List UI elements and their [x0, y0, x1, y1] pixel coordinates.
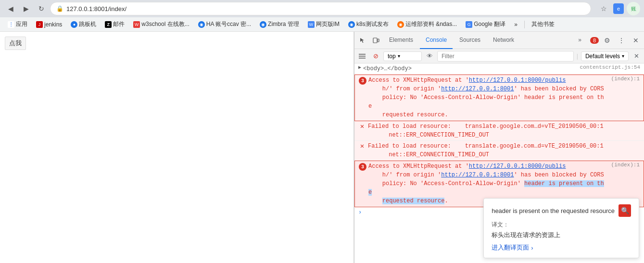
bookmark-webim[interactable]: W 网页版IM: [304, 19, 343, 30]
webim-icon: W: [308, 21, 315, 28]
tab-network[interactable]: Network: [487, 32, 520, 49]
bookmark-k8s[interactable]: ◉ k8s测试发布: [344, 19, 392, 30]
bookmark-zimbra-label: Zimbra 管理: [268, 20, 299, 28]
other-bookmarks-label: 其他书签: [531, 20, 555, 28]
failed-load-1-text: Failed to load resource: translate.googl…: [368, 122, 640, 139]
translate-search-button[interactable]: 🔍: [619, 204, 631, 217]
bookmark-apps[interactable]: ⋮ 应用: [4, 19, 31, 30]
translation-tooltip: header is present on the requested resou…: [483, 198, 639, 258]
jenkins-icon: J: [36, 21, 43, 28]
bookmark-tiaobanjī[interactable]: ● 跳板机: [67, 19, 100, 30]
bookmark-ha-label: HA 账号ccav 密...: [206, 20, 251, 28]
error-x-icon-1: ✕: [358, 122, 366, 130]
console-right-close-button[interactable]: ✕: [631, 50, 642, 62]
bookmark-star-button[interactable]: ☆: [597, 2, 610, 15]
bookmark-w3school[interactable]: W w3school 在线教...: [129, 19, 193, 30]
eye-icon-button[interactable]: 👁: [424, 50, 435, 62]
bookmark-jenkins-label: jenkins: [44, 21, 62, 28]
tab-elements[interactable]: Elements: [383, 32, 419, 49]
console-filter-input[interactable]: [437, 51, 574, 62]
svg-rect-0: [373, 38, 377, 43]
cursor-icon: [359, 37, 366, 44]
email-icon: Z: [105, 21, 112, 28]
context-selector[interactable]: top ▾: [383, 51, 422, 61]
context-value: top: [388, 53, 396, 60]
cors-error-1-source: (index):1: [607, 76, 640, 82]
devtools-close-button[interactable]: ✕: [630, 34, 642, 47]
cors-error-1-link2[interactable]: http://127.0.0.1:8001: [441, 86, 514, 92]
svg-rect-3: [359, 56, 366, 57]
bookmark-email[interactable]: Z 邮件: [101, 19, 128, 30]
level-dropdown-icon: ▾: [622, 53, 624, 59]
cors-error-1-text: Access to XMLHttpRequest at 'http://127.…: [368, 76, 607, 119]
bookmark-jenkins[interactable]: J jenkins: [32, 20, 66, 29]
bookmark-other[interactable]: 其他书签: [528, 19, 558, 30]
google-translate-icon: G: [466, 21, 472, 28]
profile-button[interactable]: 账: [627, 2, 640, 15]
translation-label: 译文：: [492, 221, 631, 229]
failed-load-1: ✕ Failed to load resource: translate.goo…: [354, 121, 644, 141]
inspect-element-button[interactable]: [356, 34, 369, 47]
bookmark-zimbra[interactable]: ◉ Zimbra 管理: [256, 19, 303, 30]
bookmark-ha[interactable]: ◉ HA 账号ccav 密...: [194, 19, 255, 30]
devtools-toolbar: Elements Console Sources Network » 8 ⚙ ⋮…: [354, 32, 644, 49]
translation-result: 标头出现在请求的资源上: [492, 231, 631, 239]
failed-load-2-text: Failed to load resource: translate.googl…: [368, 142, 640, 159]
bookmark-ops-label: 运维部资料 &ndas...: [405, 20, 457, 28]
console-toolbar: ⊘ top ▾ 👁 | Default levels ▾ ✕: [354, 49, 644, 63]
cors-error-2-link1[interactable]: http://127.0.0.1:8000/publis: [469, 163, 566, 170]
device-icon: [373, 37, 379, 44]
svg-rect-1: [378, 39, 379, 42]
ops-icon: ◉: [397, 21, 404, 28]
cors-error-2-source: (index):1: [607, 162, 640, 168]
page-content: 点我: [0, 32, 354, 263]
error-count-icon-1: 3: [359, 77, 366, 85]
bookmark-ops[interactable]: ◉ 运维部资料 &ndas...: [393, 19, 461, 30]
prompt-arrow-icon: ›: [358, 209, 362, 216]
bookmark-google-translate[interactable]: G Google 翻译: [462, 19, 509, 30]
refresh-button[interactable]: ↻: [35, 2, 48, 15]
click-me-button[interactable]: 点我: [5, 37, 26, 50]
back-button[interactable]: ◀: [4, 2, 17, 15]
tab-console[interactable]: Console: [420, 32, 453, 49]
forward-button[interactable]: ▶: [19, 2, 33, 15]
translation-source: header is present on the requested resou…: [492, 204, 631, 217]
svg-rect-2: [359, 54, 366, 55]
bookmark-more[interactable]: »: [510, 20, 521, 29]
bookmark-google-translate-label: Google 翻译: [474, 20, 505, 28]
translation-link-text: 进入翻译页面: [492, 243, 529, 252]
bookmark-tiaobanjī-label: 跳板机: [79, 20, 96, 28]
error-x-icon-2: ✕: [358, 142, 366, 150]
console-clear-button[interactable]: ⊘: [370, 50, 381, 62]
failed-load-2: ✕ Failed to load resource: translate.goo…: [354, 141, 644, 161]
more-bookmarks-label: »: [514, 21, 518, 28]
tab-sources[interactable]: Sources: [454, 32, 486, 49]
more-tabs-button[interactable]: »: [572, 32, 587, 49]
translation-link-arrow: ›: [531, 244, 533, 251]
error-count-badge: 8: [590, 37, 599, 44]
cors-error-2-link2[interactable]: http://127.0.0.1:8001: [441, 172, 514, 178]
console-sidebar-toggle[interactable]: [356, 50, 368, 62]
bookmark-email-label: 邮件: [113, 20, 125, 28]
tiaobanjī-icon: ●: [71, 21, 77, 28]
level-selector[interactable]: Default levels ▾: [581, 51, 629, 61]
body-expand-toggle[interactable]: ▶: [358, 64, 361, 70]
svg-rect-4: [359, 58, 366, 59]
body-source: contentscript.js:54: [576, 64, 640, 70]
apps-icon: ⋮: [8, 21, 14, 28]
context-dropdown-icon: ▾: [398, 53, 400, 59]
cors-error-1-link1[interactable]: http://127.0.0.1:8000/publis: [469, 77, 566, 84]
sidebar-icon: [359, 53, 366, 59]
address-bar[interactable]: 🔒 127.0.0.1:8001/index/: [50, 2, 591, 15]
body-text: <body>…</body>: [363, 64, 576, 73]
translation-page-link[interactable]: 进入翻译页面 ›: [492, 243, 631, 252]
extension-button[interactable]: e: [613, 3, 624, 14]
devtools-settings-button[interactable]: ⚙: [601, 34, 613, 47]
bookmark-w3school-label: w3school 在线教...: [141, 20, 189, 28]
cors-error-1-line: 3 Access to XMLHttpRequest at 'http://12…: [355, 75, 644, 121]
device-toggle-button[interactable]: [370, 34, 382, 47]
bookmarks-bar: ⋮ 应用 J jenkins ● 跳板机 Z 邮件 W w3school 在线教…: [0, 17, 644, 32]
w3school-icon: W: [133, 21, 140, 28]
ha-icon: ◉: [198, 21, 205, 28]
devtools-more-button[interactable]: ⋮: [615, 34, 628, 47]
